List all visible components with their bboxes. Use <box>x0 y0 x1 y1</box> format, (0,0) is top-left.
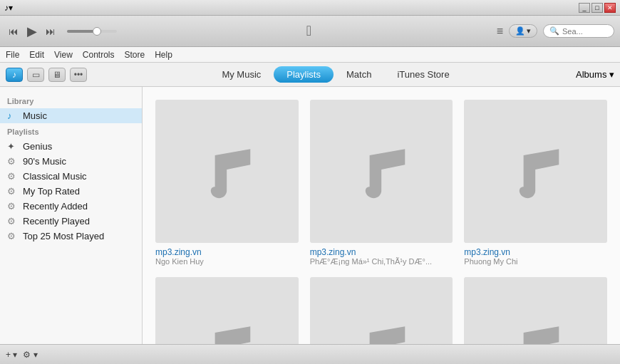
title-bar-left: ♪▾ <box>4 3 13 13</box>
transport-controls: ⏮ ▶ ⏭ <box>6 22 58 41</box>
sidebar-item-top25[interactable]: ⚙ Top 25 Most Played <box>0 229 142 244</box>
sidebar-recentlyplayed-label: Recently Played <box>23 216 90 227</box>
playlist-icon-2: ⚙ <box>7 186 19 197</box>
volume-thumb <box>93 27 101 36</box>
menu-file[interactable]: File <box>6 50 19 60</box>
album-artist-2: Phuong My Chi <box>464 257 607 266</box>
close-button[interactable]: ✕ <box>604 3 616 13</box>
toolbar-center:  <box>125 23 492 39</box>
sidebar-genius-label: Genius <box>23 141 52 152</box>
bottom-bar: + ▾ ⚙ ▾ <box>0 344 620 364</box>
music-note-icon-0 <box>187 132 266 210</box>
album-art-0 <box>155 100 299 243</box>
album-artist-0: Ngo Kien Huy <box>155 257 299 266</box>
toolbar-right: ≡ 👤 ▾ 🔍 <box>497 24 614 38</box>
menu-controls[interactable]: Controls <box>83 50 115 60</box>
volume-slider[interactable] <box>67 30 117 33</box>
app-icon: ♪▾ <box>4 3 13 13</box>
menu-help[interactable]: Help <box>155 50 172 60</box>
sidebar-classical-label: Classical Music <box>23 171 87 182</box>
menu-store[interactable]: Store <box>125 50 145 60</box>
list-icon[interactable]: ≡ <box>497 25 503 38</box>
playlist-icon-3: ⚙ <box>7 201 19 212</box>
genius-icon: ✦ <box>7 141 19 152</box>
playlist-icon-4: ⚙ <box>7 216 19 227</box>
content-area: mp3.zing.vn Ngo Kien Huy mp3.zing.vn PhÆ… <box>143 87 620 364</box>
sidebar-recentlyadded-label: Recently Added <box>23 201 88 212</box>
albums-dropdown-button[interactable]: Albums ▾ <box>576 69 614 80</box>
playlist-icon-5: ⚙ <box>7 231 19 241</box>
library-section-label: Library <box>0 93 142 108</box>
sidebar-toprated-label: My Top Rated <box>23 186 80 197</box>
sidebar-item-genius[interactable]: ✦ Genius <box>0 139 142 154</box>
tab-itunes-store[interactable]: iTunes Store <box>384 66 462 83</box>
music-view-button[interactable]: ♪ <box>6 68 23 82</box>
sidebar-item-recently-played[interactable]: ⚙ Recently Played <box>0 214 142 229</box>
more-view-button[interactable]: ••• <box>70 68 87 82</box>
sidebar-item-90s-music[interactable]: ⚙ 90's Music <box>0 154 142 169</box>
album-artist-1: PhÆ°Æ¡ng Má»¹ Chi,ThÃ¹y DÆ°... <box>310 257 453 266</box>
music-note-icon-2 <box>496 132 574 210</box>
search-icon: 🔍 <box>549 26 559 36</box>
search-box: 🔍 <box>543 24 614 38</box>
album-card-0[interactable]: mp3.zing.vn Ngo Kien Huy <box>150 94 304 271</box>
sidebar-icon-group: ♪ ▭ 🖥 ••• <box>6 68 87 82</box>
menu-edit[interactable]: Edit <box>29 50 44 60</box>
account-button[interactable]: 👤 ▾ <box>509 24 537 38</box>
title-bar: ♪▾ _ □ ✕ <box>0 0 620 16</box>
title-bar-right: _ □ ✕ <box>579 3 616 13</box>
add-button[interactable]: + ▾ <box>6 350 17 360</box>
rewind-button[interactable]: ⏮ <box>6 24 21 38</box>
tab-playlists[interactable]: Playlists <box>274 66 334 83</box>
apple-logo:  <box>306 23 311 39</box>
menu-bar: File Edit View Controls Store Help <box>0 47 620 63</box>
album-title-1: mp3.zing.vn <box>310 247 453 257</box>
minimize-button[interactable]: _ <box>579 3 590 13</box>
tab-match[interactable]: Match <box>334 66 384 83</box>
main-layout: Library ♪ Music Playlists ✦ Genius ⚙ 90'… <box>0 87 620 364</box>
album-art-2 <box>464 100 607 243</box>
tab-my-music[interactable]: My Music <box>209 66 274 83</box>
settings-button[interactable]: ⚙ ▾ <box>23 350 37 360</box>
sidebar-music-label: Music <box>23 110 47 121</box>
sidebar-item-classical[interactable]: ⚙ Classical Music <box>0 169 142 184</box>
music-note-icon-1 <box>342 132 420 210</box>
playlist-icon-1: ⚙ <box>7 171 19 182</box>
sidebar-90s-label: 90's Music <box>23 156 66 167</box>
fast-forward-button[interactable]: ⏭ <box>43 24 58 38</box>
video-view-button[interactable]: ▭ <box>27 68 44 82</box>
account-icon: 👤 <box>515 26 525 36</box>
sidebar-item-recently-added[interactable]: ⚙ Recently Added <box>0 199 142 214</box>
toolbar: ⏮ ▶ ⏭  ≡ 👤 ▾ 🔍 <box>0 16 620 47</box>
album-card-1[interactable]: mp3.zing.vn PhÆ°Æ¡ng Má»¹ Chi,ThÃ¹y DÆ°.… <box>304 94 459 271</box>
search-input[interactable] <box>562 27 612 36</box>
screen-view-button[interactable]: 🖥 <box>48 68 66 82</box>
sidebar: Library ♪ Music Playlists ✦ Genius ⚙ 90'… <box>0 87 143 364</box>
albums-grid: mp3.zing.vn Ngo Kien Huy mp3.zing.vn PhÆ… <box>143 87 620 364</box>
nav-tabs: My Music Playlists Match iTunes Store <box>95 66 576 83</box>
album-title-2: mp3.zing.vn <box>464 247 607 257</box>
sidebar-top25-label: Top 25 Most Played <box>23 231 104 241</box>
sidebar-item-top-rated[interactable]: ⚙ My Top Rated <box>0 184 142 199</box>
menu-view[interactable]: View <box>54 50 73 60</box>
play-button[interactable]: ▶ <box>24 22 40 41</box>
album-card-2[interactable]: mp3.zing.vn Phuong My Chi <box>458 94 613 271</box>
playlists-section-label: Playlists <box>0 123 142 139</box>
sidebar-item-music[interactable]: ♪ Music <box>0 108 142 123</box>
music-icon: ♪ <box>7 110 19 121</box>
playlist-icon-0: ⚙ <box>7 156 19 167</box>
nav-row: ♪ ▭ 🖥 ••• My Music Playlists Match iTune… <box>0 63 620 87</box>
album-art-1 <box>310 100 453 243</box>
maximize-button[interactable]: □ <box>591 3 603 13</box>
account-chevron: ▾ <box>527 26 531 36</box>
album-title-0: mp3.zing.vn <box>155 247 299 257</box>
